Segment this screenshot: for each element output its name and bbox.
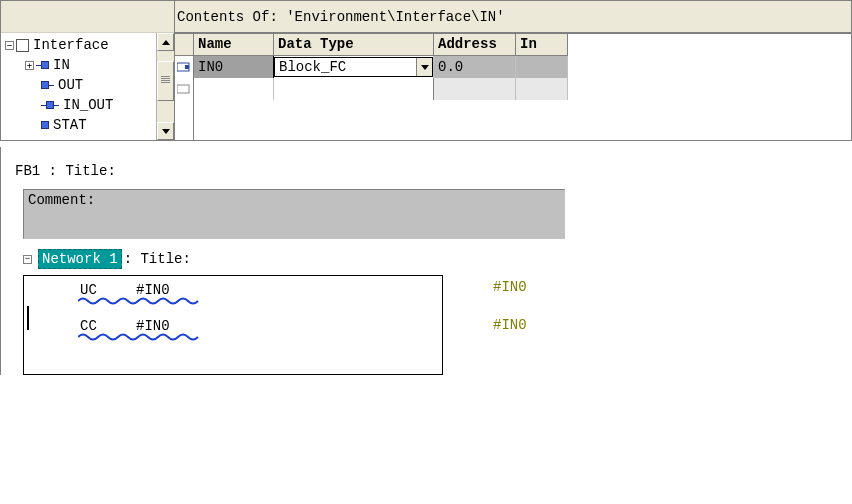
cell-datatype-0[interactable]: Block_FC xyxy=(274,56,434,78)
svg-rect-1 xyxy=(185,65,189,69)
network-collapse-toggle[interactable]: − xyxy=(23,255,32,264)
tree-item-stat-label: STAT xyxy=(53,117,87,133)
col-datatype[interactable]: Data Type xyxy=(274,34,434,56)
interface-icon xyxy=(16,39,29,52)
side-comment-1: #IN0 xyxy=(493,317,527,355)
scroll-up-button[interactable] xyxy=(157,33,174,51)
tree-item-in[interactable]: + IN xyxy=(5,55,156,75)
col-address[interactable]: Address xyxy=(434,34,516,56)
editor-panel: FB1 : Title: Comment: − Network 1 : Titl… xyxy=(0,147,568,375)
tree-item-in-label: IN xyxy=(53,57,70,73)
cell-address-0[interactable]: 0.0 xyxy=(434,56,516,78)
tree-item-out-label: OUT xyxy=(58,77,83,93)
col-name[interactable]: Name xyxy=(194,34,274,56)
tree-item-stat[interactable]: STAT xyxy=(5,115,156,135)
block-title[interactable]: FB1 : Title: xyxy=(1,147,567,189)
chevron-down-icon xyxy=(421,65,429,70)
arrow-down-icon xyxy=(162,129,170,134)
code-line-0[interactable]: UC #IN0 xyxy=(24,282,442,306)
scroll-track[interactable] xyxy=(157,51,174,122)
expand-icon[interactable]: + xyxy=(25,61,34,70)
tree-root-interface[interactable]: − Interface xyxy=(5,35,156,55)
stat-port-icon xyxy=(41,121,49,129)
tree-panel: − Interface + IN OUT xyxy=(1,1,175,140)
inout-port-icon xyxy=(41,101,59,109)
datatype-value: Block_FC xyxy=(279,59,346,75)
tree-header-blank xyxy=(1,1,174,33)
scroll-thumb[interactable] xyxy=(157,61,174,101)
cell-datatype-1[interactable] xyxy=(274,78,434,100)
in-port-icon xyxy=(36,61,49,69)
cell-name-1[interactable] xyxy=(194,78,274,100)
svg-rect-2 xyxy=(177,85,189,93)
cell-address-1[interactable] xyxy=(434,78,516,100)
side-comment-0: #IN0 xyxy=(493,279,527,317)
datatype-dropdown[interactable]: Block_FC xyxy=(274,57,433,77)
empty-row-icon xyxy=(177,83,191,95)
row-icon-2[interactable] xyxy=(175,78,193,100)
cell-in-1[interactable] xyxy=(516,78,568,100)
scroll-down-button[interactable] xyxy=(157,122,174,140)
side-comments: #IN0 #IN0 xyxy=(493,275,527,375)
variable-grid[interactable]: Name Data Type Address In IN0 Block_FC 0… xyxy=(194,34,851,140)
contents-title: Contents Of: 'Environment\Interface\IN' xyxy=(175,1,851,33)
comment-field[interactable]: Comment: xyxy=(23,189,565,239)
row-icon-1[interactable] xyxy=(175,56,193,78)
arrow-up-icon xyxy=(162,40,170,45)
tree-item-inout[interactable]: IN_OUT xyxy=(5,95,156,115)
cell-in-0[interactable] xyxy=(516,56,568,78)
contents-panel: Contents Of: 'Environment\Interface\IN' … xyxy=(175,1,851,140)
variable-row-icon xyxy=(177,61,191,73)
network-title-suffix[interactable]: : Title: xyxy=(124,251,191,267)
top-panel: − Interface + IN OUT xyxy=(0,0,852,141)
grid-row-icons xyxy=(175,34,194,140)
interface-tree[interactable]: − Interface + IN OUT xyxy=(1,33,156,140)
out-port-icon xyxy=(41,81,54,89)
network-label[interactable]: Network 1 xyxy=(38,249,122,269)
code-line-1[interactable]: CC #IN0 xyxy=(24,318,442,342)
code-editor[interactable]: UC #IN0 CC #IN0 xyxy=(23,275,443,375)
error-underline-icon xyxy=(78,332,208,342)
dropdown-button[interactable] xyxy=(416,58,432,76)
col-in[interactable]: In xyxy=(516,34,568,56)
tree-item-out[interactable]: OUT xyxy=(5,75,156,95)
tree-root-label: Interface xyxy=(33,37,109,53)
tree-item-inout-label: IN_OUT xyxy=(63,97,113,113)
tree-scrollbar[interactable] xyxy=(156,33,174,140)
collapse-icon[interactable]: − xyxy=(5,41,14,50)
error-underline-icon xyxy=(78,296,208,306)
cell-name-0[interactable]: IN0 xyxy=(194,56,274,78)
